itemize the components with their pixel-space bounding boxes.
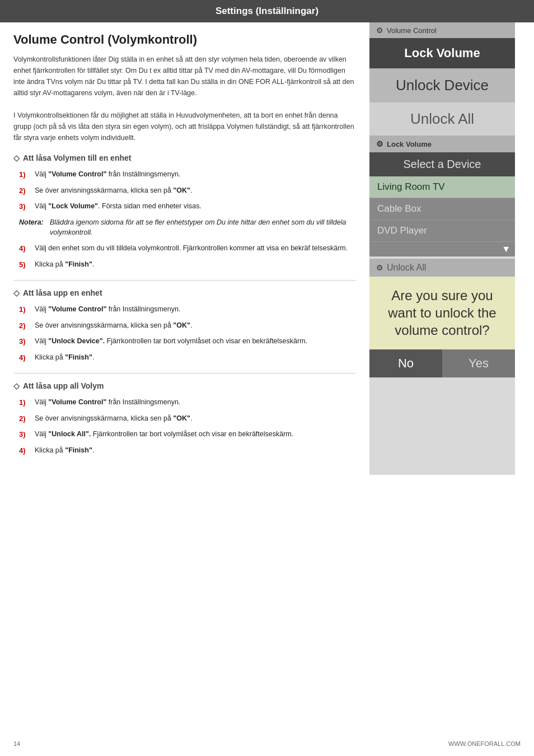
ua-buttons: No Yes — [369, 349, 515, 377]
step-lock-3: 3) Välj "Lock Volume". Första sidan med … — [19, 201, 356, 212]
header-title: Settings (Inställningar) — [216, 6, 318, 16]
vc-section-header: ⚙ Volume Control — [369, 22, 515, 38]
unlock-device-button[interactable]: Unlock Device — [369, 68, 515, 102]
step-ua-4: 4) Klicka på "Finish". — [19, 445, 356, 456]
vc-label: Volume Control — [387, 26, 437, 35]
step-lock-5: 5) Klicka på "Finish". — [19, 259, 356, 270]
step-ud-2: 2) Se över anvisningsskärmarna, klicka s… — [19, 320, 356, 332]
lv-sub-label: Lock Volume — [387, 140, 432, 148]
step-lock-note: Notera: Bläddra igenom sidorna för att s… — [19, 217, 356, 239]
device-scroll-arrow[interactable]: ▼ — [369, 242, 515, 256]
steps-list-unlock-device: 1) Välj "Volume Control" från Inställnin… — [19, 304, 356, 363]
step-lock-4: 4) Välj den enhet som du vill tilldela v… — [19, 243, 356, 254]
lock-volume-button[interactable]: Lock Volume — [369, 38, 515, 68]
steps-list-unlock-all: 1) Välj "Volume Control" från Inställnin… — [19, 397, 356, 456]
left-content: Volume Control (Volymkontroll) Volymkont… — [0, 22, 369, 475]
scroll-down-icon: ▼ — [502, 244, 510, 254]
ua-sub-header: ⚙ Unlock All — [369, 259, 515, 277]
page-footer: 14 WWW.ONEFORALL.COM — [13, 740, 521, 747]
subsection-unlock-all: Att låsa upp all Volym — [13, 381, 356, 390]
device-dvd-player[interactable]: DVD Player — [369, 220, 515, 242]
select-device-button[interactable]: Select a Device — [369, 152, 515, 176]
unlock-all-top-button[interactable]: Unlock All — [369, 102, 515, 136]
device-list: Living Room TV Cable Box DVD Player ▼ — [369, 176, 515, 256]
subsection-lock: Att låsa Volymen till en enhet — [13, 153, 356, 162]
website-url: WWW.ONEFORALL.COM — [448, 740, 521, 747]
no-button[interactable]: No — [369, 349, 442, 377]
intro-text: Volymkontrollsfunktionen låter Dig ställ… — [13, 54, 356, 143]
device-cable-box[interactable]: Cable Box — [369, 198, 515, 220]
step-ud-1: 1) Välj "Volume Control" från Inställnin… — [19, 304, 356, 315]
gear-icon-lv: ⚙ — [376, 139, 383, 148]
yes-button[interactable]: Yes — [442, 349, 515, 377]
step-ua-1: 1) Välj "Volume Control" från Inställnin… — [19, 397, 356, 408]
lv-sub-header: ⚙ Lock Volume — [369, 136, 515, 152]
gear-icon-ua: ⚙ — [376, 263, 383, 272]
steps-list-lock: 1) Välj "Volume Control" från Inställnin… — [19, 169, 356, 270]
step-ua-2: 2) Se över anvisningsskärmarna, klicka s… — [19, 413, 356, 424]
page-number: 14 — [13, 740, 20, 747]
page-header: Settings (Inställningar) — [0, 0, 534, 22]
ua-label: Unlock All — [387, 263, 426, 273]
step-lock-2: 2) Se över anvisningsskärmarna, klicka s… — [19, 185, 356, 197]
step-ud-3: 3) Välj "Unlock Device". Fjärrkontrollen… — [19, 336, 356, 347]
right-panel: ⚙ Volume Control Lock Volume Unlock Devi… — [369, 22, 515, 475]
gear-icon: ⚙ — [376, 26, 383, 35]
subsection-unlock-device: Att låsa upp en enhet — [13, 288, 356, 297]
ua-confirm-text: Are you sure you want to unlock the volu… — [369, 277, 515, 349]
step-ud-4: 4) Klicka på "Finish". — [19, 352, 356, 363]
step-ua-3: 3) Välj "Unlock All". Fjärrkontrollen ta… — [19, 429, 356, 440]
section-title: Volume Control (Volymkontroll) — [13, 32, 356, 47]
device-living-room-tv[interactable]: Living Room TV — [369, 176, 515, 198]
step-lock-1: 1) Välj "Volume Control" från Inställnin… — [19, 169, 356, 180]
